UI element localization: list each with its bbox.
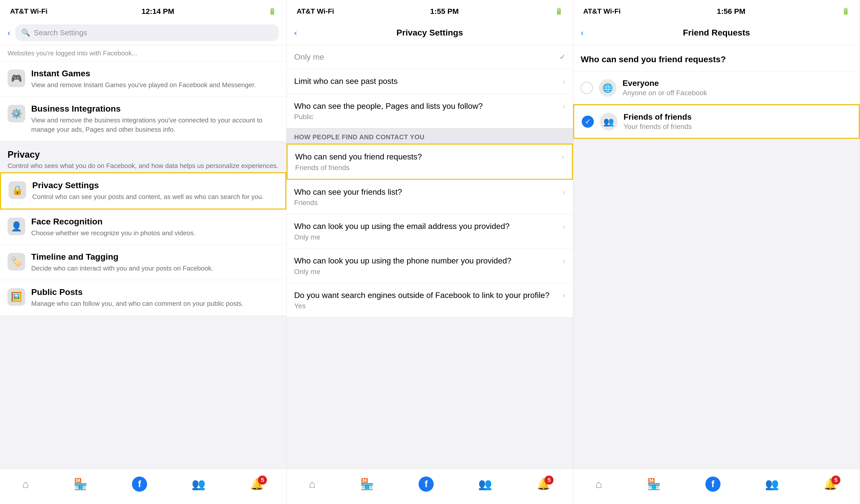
tab-store-middle[interactable]: 🏪	[360, 477, 374, 491]
home-icon-right: ⌂	[596, 478, 602, 490]
tab-facebook-middle[interactable]: f	[418, 477, 434, 492]
friends-icon-middle: 👥	[478, 477, 492, 491]
friends-of-friends-icon: 👥	[600, 113, 617, 130]
nav-bar-middle: ‹ Privacy Settings	[287, 20, 573, 45]
friend-requests-sub: Friends of friends	[295, 164, 564, 172]
tab-facebook-left[interactable]: f	[132, 477, 147, 492]
tab-bar-middle: ⌂ 🏪 f 👥 🔔 5	[287, 469, 573, 504]
time-middle: 1:55 PM	[430, 7, 459, 16]
privacy-section-header: Privacy Control who sees what you do on …	[0, 141, 286, 172]
pages-lists-item[interactable]: Who can see the people, Pages and lists …	[287, 94, 573, 128]
tab-bell-left[interactable]: 🔔 5	[250, 477, 264, 491]
notification-badge-left: 5	[258, 476, 267, 485]
friend-question-text: Who can send you friend requests?	[581, 54, 726, 64]
notification-badge-middle: 5	[544, 476, 554, 485]
business-integrations-item[interactable]: ⚙️ Business Integrations View and remove…	[0, 97, 286, 141]
privacy-settings-subtitle: Control who can see your posts and conte…	[32, 192, 278, 201]
search-bar[interactable]: 🔍 Search Settings	[15, 25, 279, 41]
timeline-tagging-title: Timeline and Tagging	[31, 252, 279, 262]
tab-friends-left[interactable]: 👥	[192, 477, 205, 491]
tab-bell-middle[interactable]: 🔔 5	[537, 477, 550, 491]
privacy-settings-item[interactable]: 🔒 Privacy Settings Control who can see y…	[0, 172, 286, 209]
public-posts-title: Public Posts	[31, 287, 279, 297]
chevron-icon-1: ›	[563, 101, 565, 111]
everyone-radio[interactable]	[581, 82, 593, 94]
tab-bell-right[interactable]: 🔔 5	[823, 477, 837, 491]
chevron-icon-friend: ›	[562, 152, 564, 161]
middle-panel: AT&T Wi-Fi 1:55 PM 🔋 ‹ Privacy Settings …	[287, 0, 573, 504]
chevron-icon-4: ›	[563, 256, 565, 265]
nav-bar-right: ‹ Friend Requests	[573, 20, 860, 45]
carrier-middle: AT&T Wi-Fi	[297, 7, 334, 15]
tab-bar-right: ⌂ 🏪 f 👥 🔔 5	[573, 469, 860, 504]
friends-of-friends-option[interactable]: ✓ 👥 Friends of friends Your friends of f…	[573, 104, 860, 139]
store-icon-middle: 🏪	[360, 477, 374, 491]
phone-lookup-title: Who can look you up using the phone numb…	[294, 256, 563, 266]
business-integrations-title: Business Integrations	[31, 104, 279, 114]
carrier-left: AT&T Wi-Fi	[10, 7, 47, 15]
tab-store-right[interactable]: 🏪	[647, 477, 661, 491]
search-engines-sub: Yes	[294, 302, 565, 310]
face-recognition-item[interactable]: 👤 Face Recognition Choose whether we rec…	[0, 210, 286, 245]
facebook-icon-middle: f	[418, 477, 434, 492]
friends-of-friends-radio[interactable]: ✓	[582, 116, 594, 128]
friends-list-item[interactable]: Who can see your friends list? › Friends	[287, 180, 573, 214]
store-icon-right: 🏪	[647, 477, 661, 491]
battery-right: 🔋	[842, 8, 850, 15]
facebook-icon-left: f	[132, 477, 147, 492]
timeline-tagging-subtitle: Decide who can interact with you and you…	[31, 264, 279, 273]
phone-lookup-item[interactable]: Who can look you up using the phone numb…	[287, 249, 573, 283]
tab-bar-left: ⌂ 🏪 f 👥 🔔 5	[0, 469, 286, 504]
how-people-find-section: HOW PEOPLE FIND AND CONTACT YOU	[287, 128, 573, 144]
public-posts-item[interactable]: 🖼️ Public Posts Manage who can follow yo…	[0, 280, 286, 315]
store-icon-left: 🏪	[73, 477, 87, 491]
privacy-settings-icon: 🔒	[9, 181, 26, 199]
search-engines-title: Do you want search engines outside of Fa…	[294, 290, 563, 301]
only-me-text: Only me	[294, 53, 324, 62]
face-recognition-title: Face Recognition	[31, 217, 279, 227]
tab-friends-middle[interactable]: 👥	[478, 477, 492, 491]
checkmark-icon: ✓	[560, 53, 565, 61]
tab-facebook-right[interactable]: f	[705, 477, 720, 492]
truncated-text: Websites you're logged into with Faceboo…	[8, 49, 137, 57]
back-button-left[interactable]: ‹	[8, 28, 10, 38]
business-integrations-subtitle: View and remove the business integration…	[31, 116, 279, 134]
carrier-right: AT&T Wi-Fi	[583, 7, 621, 15]
nav-bar-left: ‹ 🔍 Search Settings	[0, 20, 286, 45]
chevron-icon-0: ›	[563, 76, 565, 86]
chevron-icon-3: ›	[563, 222, 565, 231]
timeline-tagging-item[interactable]: 🏷️ Timeline and Tagging Decide who can i…	[0, 245, 286, 280]
friends-list-sub: Friends	[294, 199, 565, 207]
friend-question-section: Who can send you friend requests?	[573, 45, 860, 72]
friends-list-title: Who can see your friends list?	[294, 187, 563, 198]
search-engines-item[interactable]: Do you want search engines outside of Fa…	[287, 283, 573, 318]
privacy-title: Privacy	[8, 149, 279, 160]
instant-games-item[interactable]: 🎮 Instant Games View and remove Instant …	[0, 61, 286, 97]
email-lookup-title: Who can look you up using the email addr…	[294, 221, 563, 232]
everyone-option[interactable]: 🌐 Everyone Anyone on or off Facebook	[573, 72, 860, 104]
tab-home-right[interactable]: ⌂	[596, 478, 602, 490]
tab-friends-right[interactable]: 👥	[765, 477, 779, 491]
back-button-middle[interactable]: ‹	[294, 28, 297, 38]
home-icon-left: ⌂	[23, 478, 29, 490]
status-bar-middle: AT&T Wi-Fi 1:55 PM 🔋	[287, 0, 573, 20]
tab-store-left[interactable]: 🏪	[73, 477, 87, 491]
email-lookup-sub: Only me	[294, 233, 565, 241]
right-panel: AT&T Wi-Fi 1:56 PM 🔋 ‹ Friend Requests W…	[573, 0, 860, 504]
battery-left: 🔋	[268, 8, 276, 15]
face-recognition-subtitle: Choose whether we recognize you in photo…	[31, 228, 279, 237]
home-icon-middle: ⌂	[309, 478, 316, 490]
tab-home-left[interactable]: ⌂	[23, 478, 29, 490]
search-icon: 🔍	[22, 28, 30, 37]
instant-games-subtitle: View and remove Instant Games you've pla…	[31, 80, 279, 89]
back-button-right[interactable]: ‹	[581, 28, 584, 38]
friend-requests-title: Who can send you friend requests?	[295, 152, 562, 162]
email-lookup-item[interactable]: Who can look you up using the email addr…	[287, 214, 573, 249]
search-placeholder: Search Settings	[34, 28, 87, 37]
everyone-sub: Anyone on or off Facebook	[622, 89, 852, 97]
tab-home-middle[interactable]: ⌂	[309, 478, 316, 490]
instant-games-title: Instant Games	[31, 69, 279, 78]
friend-requests-item[interactable]: Who can send you friend requests? › Frie…	[287, 144, 573, 180]
limit-past-posts-item[interactable]: Limit who can see past posts ›	[287, 69, 573, 94]
status-bar-left: AT&T Wi-Fi 12:14 PM 🔋	[0, 0, 286, 20]
